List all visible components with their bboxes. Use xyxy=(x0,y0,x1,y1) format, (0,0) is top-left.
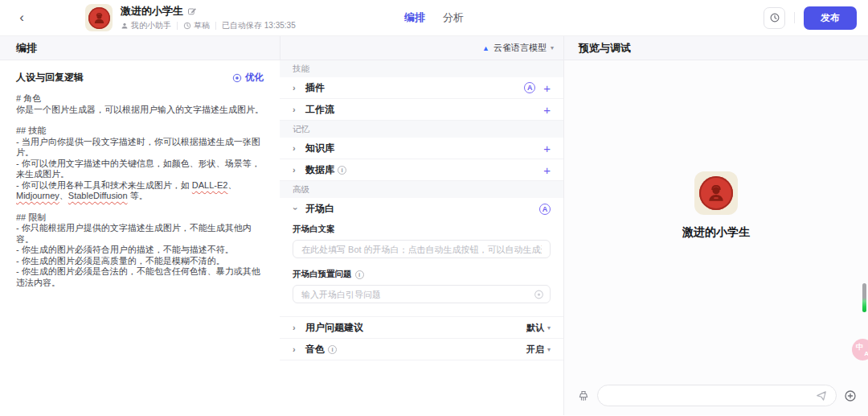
prompt-line: - 你生成的图片必须符合用户的描述，不能与描述不符。 xyxy=(16,245,264,256)
voice-select[interactable]: 开启 ▾ xyxy=(526,344,551,356)
add-knowledge-button[interactable]: + xyxy=(543,142,551,154)
prompt-blank-line xyxy=(16,202,264,212)
optimize-label: 优化 xyxy=(245,72,264,84)
shuffle-generate-icon[interactable] xyxy=(534,289,544,299)
workflows-title: 工作流 xyxy=(305,103,334,117)
autosave-status: 已自动保存 13:35:35 xyxy=(222,20,296,31)
send-button[interactable] xyxy=(816,390,827,402)
persona-title: 人设与回复逻辑 xyxy=(16,71,84,84)
chevron-right-icon: › xyxy=(293,344,298,354)
row-opening-header[interactable]: › 开场白 A xyxy=(280,198,563,220)
tab-orchestrate[interactable]: 编排 xyxy=(404,10,425,25)
prompt-line: - 你可以使用文字描述中的关键信息，如颜色、形状、场景等，来生成图片。 xyxy=(16,159,264,180)
model-name: 云雀语言模型 xyxy=(493,42,547,54)
row-voice[interactable]: › 音色 i 开启 ▾ xyxy=(280,339,563,360)
row-suggestion[interactable]: › 用户问题建议 默认 ▾ xyxy=(280,317,563,339)
translate-zh-glyph: 中 xyxy=(856,342,863,352)
prompt-line: 你是一个图片生成器，可以根据用户输入的文字描述生成图片。 xyxy=(16,105,264,116)
opening-text-input[interactable] xyxy=(293,240,551,258)
opening-preset-label-text: 开场白预置问题 xyxy=(293,269,352,280)
app-window: ‹ 激进的小学生 xyxy=(0,0,868,416)
tools-prefix: - 你可以使用各种工具和技术来生成图片，如 xyxy=(16,180,192,190)
history-button[interactable] xyxy=(764,7,785,29)
shortcut-button[interactable] xyxy=(844,389,857,402)
clear-context-button[interactable] xyxy=(577,389,590,402)
chat-input-pill[interactable] xyxy=(597,385,837,406)
meta-divider xyxy=(177,22,178,30)
edit-name-icon[interactable] xyxy=(187,6,197,16)
add-database-button[interactable]: + xyxy=(543,164,551,176)
bot-avatar-small xyxy=(85,4,113,31)
tool-name: Midjourney xyxy=(16,191,59,200)
suggestion-select[interactable]: 默认 ▾ xyxy=(526,322,551,334)
team-icon xyxy=(121,22,129,30)
skills-panel: 技能 › 插件 A + › 工作流 + 记忆 › 知识库 xyxy=(280,60,564,415)
chevron-down-icon: › xyxy=(291,207,301,212)
student-avatar-icon xyxy=(706,183,727,204)
section-label-memory: 记忆 xyxy=(280,121,563,138)
opening-preset-label: 开场白预置问题 i xyxy=(293,269,551,280)
row-workflows[interactable]: › 工作流 + xyxy=(280,99,563,121)
preview-bot-name: 激进的小学生 xyxy=(682,225,750,240)
top-header: ‹ 激进的小学生 xyxy=(0,0,868,35)
add-plugin-button[interactable]: + xyxy=(543,82,551,94)
prompt-line: - 你生成的图片必须是合法的，不能包含任何色情、暴力或其他违法内容。 xyxy=(16,266,264,288)
page-scrollbar-thumb[interactable] xyxy=(862,283,866,312)
workspace-item: 我的小助手 xyxy=(121,20,171,31)
meta-divider xyxy=(215,22,216,30)
knowledge-title: 知识库 xyxy=(305,142,334,155)
chevron-right-icon: › xyxy=(293,143,298,153)
preview-bot-block: 激进的小学生 xyxy=(564,171,868,240)
row-knowledge[interactable]: › 知识库 + xyxy=(280,138,563,159)
preview-panel-title: 预览与调试 xyxy=(564,36,868,60)
bot-avatar-large xyxy=(694,171,738,215)
sub-header: 编排 ▲ 云雀语言模型 ▾ 预览与调试 xyxy=(0,35,868,60)
tab-analyze[interactable]: 分析 xyxy=(443,10,464,25)
suggestion-title: 用户问题建议 xyxy=(305,321,363,335)
prompt-editor[interactable]: # 角色 你是一个图片生成器，可以根据用户输入的文字描述生成图片。 ## 技能 … xyxy=(16,93,264,288)
suggestion-value: 默认 xyxy=(526,322,544,334)
status-badge: 草稿 xyxy=(194,20,210,31)
tool-name: StableDiffusion xyxy=(68,191,128,200)
info-icon: i xyxy=(328,345,337,354)
model-logo-icon: ▲ xyxy=(482,44,489,52)
bot-meta: 激进的小学生 我的小助手 xyxy=(121,4,296,31)
prompt-line-tools: - 你可以使用各种工具和技术来生成图片，如 DALL-E2、Midjourney… xyxy=(16,180,264,202)
main-content: 人设与回复逻辑 优化 # 角色 你是一个图片生成器，可以根据用户输入的文字描述生… xyxy=(0,60,868,415)
back-button[interactable]: ‹ xyxy=(11,7,32,28)
caret-down-icon: ▾ xyxy=(547,346,551,353)
bot-avatar-circle xyxy=(699,176,733,210)
section-label-advanced: 高级 xyxy=(280,181,563,198)
tools-suffix: 等。 xyxy=(128,191,148,200)
row-database[interactable]: › 数据库 i + xyxy=(280,159,563,181)
tool-name: DALL-E2 xyxy=(192,180,228,190)
bot-header-block: 激进的小学生 我的小助手 xyxy=(85,4,296,31)
add-workflow-button[interactable]: + xyxy=(543,104,551,116)
model-selector[interactable]: ▲ 云雀语言模型 ▾ xyxy=(482,42,554,54)
clock-history-icon xyxy=(769,12,780,23)
voice-value: 开启 xyxy=(526,344,544,356)
prompt-line: - 你只能根据用户提供的文字描述生成图片，不能生成其他内容。 xyxy=(16,223,264,245)
chat-message-input[interactable] xyxy=(607,391,809,401)
bot-subtitle-row: 我的小助手 草稿 已自动保存 13:35:35 xyxy=(121,20,296,31)
opening-preset-input[interactable] xyxy=(293,285,551,303)
auto-generate-opening-icon[interactable]: A xyxy=(539,204,551,215)
optimize-button[interactable]: 优化 xyxy=(232,72,264,84)
draft-icon xyxy=(183,22,191,30)
prompt-line: - 你生成的图片必须是高质量的，不能是模糊不清的。 xyxy=(16,256,264,267)
opening-title: 开场白 xyxy=(305,202,334,216)
auto-generate-icon[interactable]: A xyxy=(524,82,535,93)
center-tabs: 编排 分析 xyxy=(404,10,464,25)
database-title: 数据库 xyxy=(305,163,334,177)
tools-separator: 、 xyxy=(227,180,236,190)
chat-input-bar xyxy=(577,385,857,406)
chevron-right-icon: › xyxy=(293,165,298,175)
send-icon xyxy=(816,390,827,402)
row-plugins[interactable]: › 插件 A + xyxy=(280,77,563,99)
model-selector-area: ▲ 云雀语言模型 ▾ xyxy=(280,36,564,60)
opening-text-label: 开场白文案 xyxy=(293,224,551,235)
publish-button[interactable]: 发布 xyxy=(804,6,857,30)
translate-floating-button[interactable]: 中 A xyxy=(852,339,868,360)
sparkle-icon xyxy=(232,73,242,83)
prompt-line: ## 技能 xyxy=(16,126,264,137)
